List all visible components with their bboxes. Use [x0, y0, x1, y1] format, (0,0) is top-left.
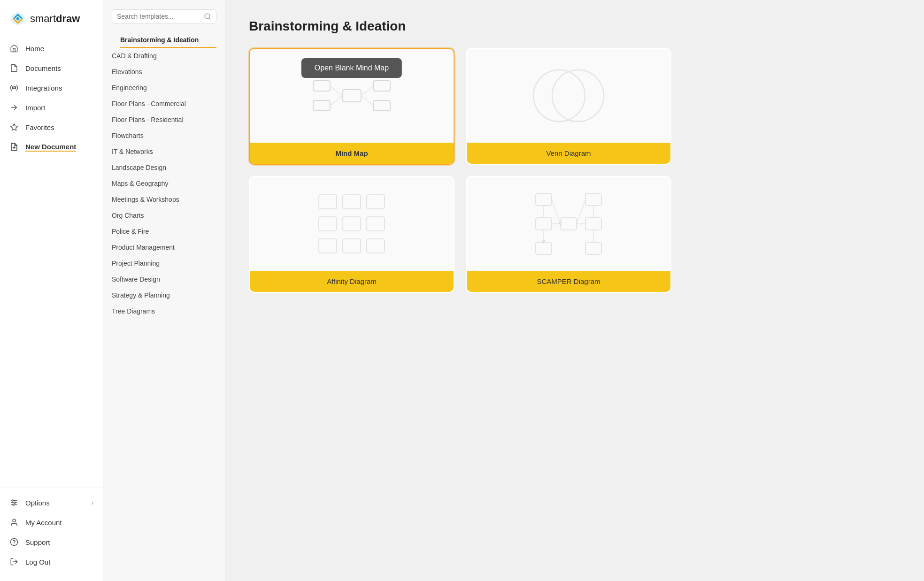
sidebar-item-import[interactable]: Import	[0, 98, 103, 117]
affinity-diagram-preview	[250, 177, 454, 271]
sidebar-item-integrations[interactable]: Integrations	[0, 78, 103, 98]
sidebar-item-logout[interactable]: Log Out	[0, 552, 103, 572]
svg-point-10	[12, 500, 14, 501]
template-card-affinity-diagram[interactable]: Affinity Diagram	[249, 176, 454, 293]
svg-rect-45	[585, 242, 601, 254]
sidebar-item-integrations-label: Integrations	[25, 84, 62, 92]
logo: smartdraw	[0, 0, 103, 38]
logo-text: smartdraw	[30, 13, 80, 25]
home-icon	[9, 44, 19, 53]
category-item-cad[interactable]: CAD & Drafting	[103, 48, 225, 64]
category-item-landscape[interactable]: Landscape Design	[103, 160, 225, 176]
venn-diagram-preview	[467, 49, 670, 143]
svg-rect-23	[373, 100, 390, 111]
category-item-meetings[interactable]: Meetings & Workshops	[103, 191, 225, 207]
svg-rect-32	[367, 195, 385, 209]
category-item-floor-residential[interactable]: Floor Plans - Residential	[103, 112, 225, 128]
scamper-diagram-preview	[467, 177, 670, 271]
category-item-tree[interactable]: Tree Diagrams	[103, 303, 225, 319]
svg-rect-38	[367, 239, 385, 253]
sidebar-item-my-account[interactable]: My Account	[0, 512, 103, 532]
sidebar-item-options[interactable]: Options ›	[0, 493, 103, 512]
search-bar	[112, 9, 216, 23]
svg-point-1	[16, 17, 19, 20]
sidebar-item-documents-label: Documents	[25, 64, 61, 72]
category-item-org-charts[interactable]: Org Charts	[103, 207, 225, 223]
svg-rect-43	[585, 218, 601, 230]
documents-icon	[9, 63, 19, 73]
category-item-it-networks[interactable]: IT & Networks	[103, 144, 225, 160]
category-item-police[interactable]: Police & Fire	[103, 223, 225, 239]
integrations-icon	[9, 83, 19, 92]
svg-rect-35	[367, 217, 385, 231]
scamper-diagram-diagram	[526, 186, 611, 261]
logout-icon	[9, 557, 19, 566]
svg-rect-19	[342, 90, 361, 102]
svg-rect-41	[536, 218, 552, 230]
options-icon	[9, 498, 19, 507]
sidebar-item-my-account-label: My Account	[25, 519, 62, 527]
sidebar-item-home-label: Home	[25, 45, 44, 53]
category-item-product[interactable]: Product Management	[103, 239, 225, 255]
category-panel: Brainstorming & IdeationCAD & DraftingEl…	[103, 0, 225, 581]
svg-point-11	[14, 502, 15, 504]
mind-map-label: Mind Map	[250, 143, 454, 164]
svg-rect-21	[313, 100, 330, 111]
search-input[interactable]	[117, 13, 200, 20]
import-icon	[9, 103, 19, 112]
smartdraw-logo-icon	[9, 10, 26, 27]
template-card-mind-map[interactable]: Open Blank Mind Map	[249, 48, 454, 165]
templates-grid: Open Blank Mind Map	[249, 48, 671, 293]
sidebar-item-new-document[interactable]: New Document	[0, 137, 103, 157]
svg-marker-4	[11, 124, 18, 130]
account-icon	[9, 518, 19, 527]
svg-rect-22	[373, 81, 390, 91]
mind-map-preview: Open Blank Mind Map	[250, 49, 454, 143]
new-doc-icon	[9, 142, 19, 152]
sidebar-item-favorites[interactable]: Favorites	[0, 117, 103, 137]
svg-rect-31	[343, 195, 361, 209]
sidebar: smartdraw Home Documents Integrations	[0, 0, 103, 581]
sidebar-item-logout-label: Log Out	[25, 558, 50, 566]
svg-line-47	[577, 199, 585, 224]
chevron-right-icon: ›	[92, 499, 93, 506]
category-item-strategy[interactable]: Strategy & Planning	[103, 287, 225, 303]
page-title: Brainstorming & Ideation	[249, 19, 901, 34]
category-item-engineering[interactable]: Engineering	[103, 80, 225, 96]
svg-line-18	[209, 18, 210, 19]
template-card-venn-diagram[interactable]: Venn Diagram	[466, 48, 671, 165]
main-content: Brainstorming & Ideation Open Blank Mind…	[225, 0, 924, 581]
svg-line-27	[361, 96, 373, 106]
category-item-maps[interactable]: Maps & Geography	[103, 176, 225, 191]
svg-rect-33	[319, 217, 337, 231]
svg-rect-42	[561, 218, 577, 230]
svg-line-26	[361, 86, 373, 96]
category-item-floor-commercial[interactable]: Floor Plans - Commercial	[103, 96, 225, 112]
category-item-project[interactable]: Project Planning	[103, 255, 225, 271]
svg-rect-40	[585, 193, 601, 206]
svg-line-25	[330, 96, 342, 106]
category-item-flowcharts[interactable]: Flowcharts	[103, 128, 225, 144]
affinity-diagram-label: Affinity Diagram	[250, 271, 454, 292]
search-button[interactable]	[204, 13, 211, 20]
svg-rect-44	[536, 242, 552, 254]
sidebar-item-options-label: Options	[25, 499, 50, 507]
sidebar-item-support[interactable]: Support	[0, 532, 103, 552]
scamper-diagram-label: SCAMPER Diagram	[467, 271, 670, 292]
category-list: Brainstorming & IdeationCAD & DraftingEl…	[103, 32, 225, 329]
sidebar-item-home[interactable]: Home	[0, 38, 103, 58]
svg-line-24	[330, 86, 342, 96]
svg-line-46	[552, 199, 561, 224]
template-card-scamper-diagram[interactable]: SCAMPER Diagram	[466, 176, 671, 293]
category-item-elevations[interactable]: Elevations	[103, 64, 225, 80]
venn-diagram-diagram	[526, 61, 611, 131]
affinity-diagram-diagram	[309, 186, 394, 261]
favorites-icon	[9, 122, 19, 132]
sidebar-item-favorites-label: Favorites	[25, 123, 54, 131]
category-item-software[interactable]: Software Design	[103, 271, 225, 287]
category-item-brainstorming[interactable]: Brainstorming & Ideation	[112, 32, 225, 48]
svg-rect-20	[313, 81, 330, 91]
svg-rect-34	[343, 217, 361, 231]
sidebar-item-documents[interactable]: Documents	[0, 58, 103, 78]
open-blank-mind-map-button[interactable]: Open Blank Mind Map	[301, 58, 402, 78]
